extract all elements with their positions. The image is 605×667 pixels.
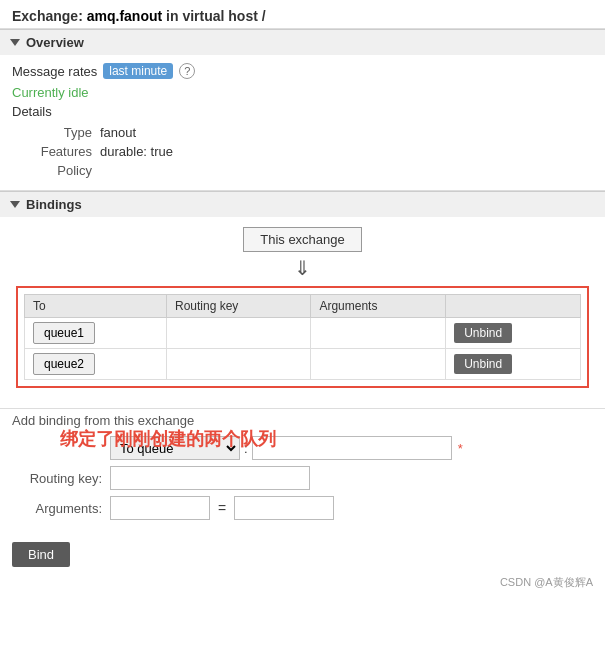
- equals-sign: =: [218, 500, 226, 516]
- to-queue-row: To queue To exchange : *: [12, 436, 593, 460]
- header-prefix: Exchange:: [12, 8, 87, 24]
- add-binding-section: Add binding from this exchange 绑定了刚刚创建的两…: [0, 409, 605, 534]
- to-queue-select[interactable]: To queue To exchange: [110, 436, 240, 460]
- col-arguments: Arguments: [311, 295, 446, 318]
- queue1-unbind-button[interactable]: Unbind: [454, 323, 512, 343]
- routing-key-label: Routing key:: [12, 471, 102, 486]
- idle-status: Currently idle: [12, 85, 593, 100]
- queue2-routing-key: [167, 349, 311, 380]
- details-label: Details: [12, 104, 593, 119]
- bindings-section: Bindings This exchange ⇓ To Routing key …: [0, 191, 605, 409]
- arguments-input-value[interactable]: [234, 496, 334, 520]
- type-label: Type: [22, 125, 92, 140]
- exchange-box-wrapper: This exchange: [16, 227, 589, 252]
- bindings-table-header-row: To Routing key Arguments: [25, 295, 581, 318]
- routing-key-input[interactable]: [110, 466, 310, 490]
- arguments-row: Arguments: =: [12, 496, 593, 520]
- bindings-body: This exchange ⇓ To Routing key Arguments…: [0, 217, 605, 408]
- queue1-routing-key: [167, 318, 311, 349]
- page-header: Exchange: amq.fanout in virtual host /: [0, 0, 605, 29]
- message-rates-row: Message rates last minute ?: [12, 63, 593, 79]
- features-value: durable: true: [100, 144, 173, 159]
- header-suffix: in virtual host /: [162, 8, 265, 24]
- details-table: Type fanout Features durable: true Polic…: [22, 125, 593, 178]
- binding-row-queue1: queue1 Unbind: [25, 318, 581, 349]
- bindings-section-header[interactable]: Bindings: [0, 191, 605, 217]
- queue2-arguments: [311, 349, 446, 380]
- overview-section-label: Overview: [26, 35, 84, 50]
- message-rates-label: Message rates: [12, 64, 97, 79]
- last-minute-badge[interactable]: last minute: [103, 63, 173, 79]
- queue2-unbind-button[interactable]: Unbind: [454, 354, 512, 374]
- exchange-box: This exchange: [243, 227, 362, 252]
- policy-label: Policy: [22, 163, 92, 178]
- features-label: Features: [22, 144, 92, 159]
- arrow-down: ⇓: [16, 256, 589, 280]
- arguments-input-key[interactable]: [110, 496, 210, 520]
- arguments-label: Arguments:: [12, 501, 102, 516]
- help-icon[interactable]: ?: [179, 63, 195, 79]
- queue1-cell: queue1: [25, 318, 167, 349]
- overview-section: Overview Message rates last minute ? Cur…: [0, 29, 605, 191]
- policy-row: Policy: [22, 163, 593, 178]
- col-action: [446, 295, 581, 318]
- type-value: fanout: [100, 125, 136, 140]
- queue2-unbind-cell: Unbind: [446, 349, 581, 380]
- col-routing-key: Routing key: [167, 295, 311, 318]
- overview-section-body: Message rates last minute ? Currently id…: [0, 55, 605, 190]
- routing-key-row: Routing key:: [12, 466, 593, 490]
- footer-credit: CSDN @A黄俊辉A: [0, 571, 605, 594]
- colon-label: :: [244, 441, 248, 456]
- queue1-arguments: [311, 318, 446, 349]
- add-binding-title: Add binding from this exchange: [12, 413, 593, 428]
- bindings-table: To Routing key Arguments queue1: [24, 294, 581, 380]
- bindings-table-wrapper: To Routing key Arguments queue1: [16, 286, 589, 388]
- exchange-name: amq.fanout: [87, 8, 162, 24]
- queue1-button[interactable]: queue1: [33, 322, 95, 344]
- features-row: Features durable: true: [22, 144, 593, 159]
- required-star: *: [458, 441, 463, 456]
- overview-section-header[interactable]: Overview: [0, 29, 605, 55]
- type-row: Type fanout: [22, 125, 593, 140]
- queue1-unbind-cell: Unbind: [446, 318, 581, 349]
- queue2-button[interactable]: queue2: [33, 353, 95, 375]
- to-queue-input[interactable]: [252, 436, 452, 460]
- bindings-triangle-icon: [10, 201, 20, 208]
- binding-row-queue2: queue2 Unbind: [25, 349, 581, 380]
- bind-button[interactable]: Bind: [12, 542, 70, 567]
- queue2-cell: queue2: [25, 349, 167, 380]
- col-to: To: [25, 295, 167, 318]
- bindings-section-label: Bindings: [26, 197, 82, 212]
- overview-triangle-icon: [10, 39, 20, 46]
